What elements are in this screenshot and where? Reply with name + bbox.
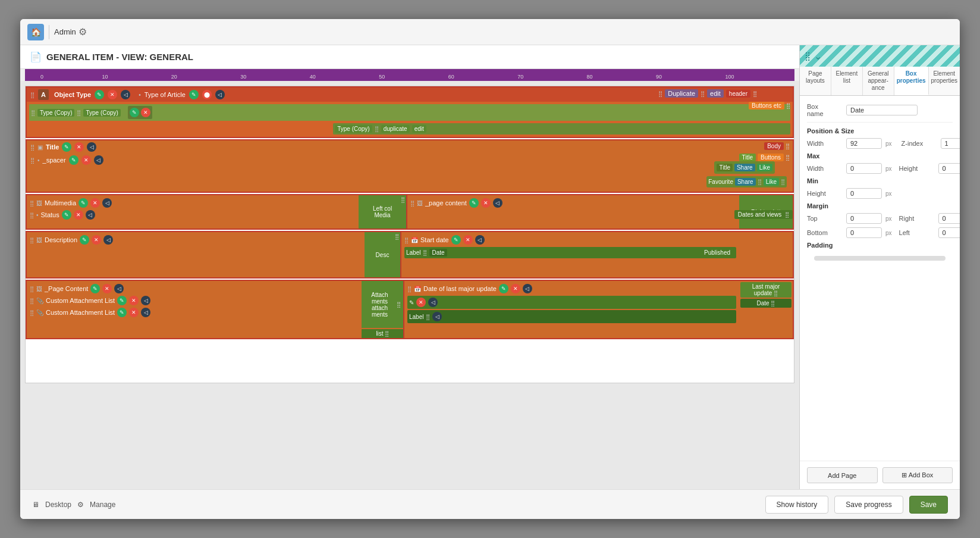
fav-label: Favourite bbox=[708, 179, 733, 185]
add-box-button[interactable]: ⊞ Add Box bbox=[882, 467, 953, 483]
s-del[interactable]: ✕ bbox=[74, 210, 83, 220]
share-r2b[interactable]: Share bbox=[735, 178, 756, 186]
like-r2b[interactable]: Like bbox=[764, 178, 779, 186]
description-label: Description bbox=[45, 236, 77, 243]
row-3-right: ⣿ 🖼 _page content ✎ ✕ ◁ bbox=[406, 195, 739, 229]
ta-share-btn[interactable]: ◁ bbox=[215, 90, 225, 99]
lu-edit[interactable]: ✎ bbox=[499, 284, 508, 293]
max-height-input[interactable] bbox=[938, 163, 960, 174]
manage-label[interactable]: Manage bbox=[90, 501, 115, 509]
max-width-input[interactable] bbox=[846, 163, 882, 174]
layout-canvas[interactable]: ⣿ A Object Type ✎ ✕ ◁ • Type of Article … bbox=[20, 81, 799, 489]
attach-badge: Attach ments attach ments ⣿ bbox=[362, 281, 403, 328]
width-input[interactable]: 92 bbox=[846, 138, 882, 149]
margin-right-input[interactable] bbox=[938, 213, 960, 224]
top-bar: 🏠 Admin ⚙ bbox=[20, 19, 960, 45]
home-button[interactable]: 🏠 bbox=[27, 24, 44, 40]
a2-edit[interactable]: ✎ bbox=[117, 308, 127, 317]
right-panel: ⣿ ⌄ Pagelayouts Elementlist Generalappea… bbox=[799, 45, 960, 489]
pc5-share[interactable]: ◁ bbox=[114, 284, 124, 293]
scrollbar[interactable] bbox=[814, 256, 946, 261]
margin-top-label: Top bbox=[807, 215, 843, 222]
t-del[interactable]: ✕ bbox=[74, 142, 84, 152]
save-progress-button[interactable]: Save progress bbox=[834, 496, 903, 514]
edit-r1[interactable]: edit bbox=[412, 125, 426, 133]
lu-share[interactable]: ◁ bbox=[523, 284, 532, 293]
type-copy-box[interactable]: Type (Copy) bbox=[37, 109, 74, 117]
save-button[interactable]: Save bbox=[909, 496, 948, 514]
d-del[interactable]: ✕ bbox=[92, 235, 101, 245]
ld-share[interactable]: ◁ bbox=[432, 312, 442, 321]
tab-general-appearance[interactable]: Generalappear­ance bbox=[863, 67, 894, 95]
pc-del[interactable]: ✕ bbox=[481, 198, 491, 208]
sp-share[interactable]: ◁ bbox=[94, 155, 103, 165]
sub-del-btn[interactable]: ✕ bbox=[141, 108, 150, 117]
add-page-button[interactable]: Add Page bbox=[807, 467, 878, 483]
sd-edit[interactable]: ✎ bbox=[451, 235, 461, 245]
a1-edit[interactable]: ✎ bbox=[117, 296, 127, 305]
sd-share[interactable]: ◁ bbox=[475, 235, 485, 245]
a2-del[interactable]: ✕ bbox=[129, 308, 139, 317]
pc5-edit[interactable]: ✎ bbox=[90, 284, 100, 293]
t-edit[interactable]: ✎ bbox=[62, 142, 71, 152]
s-share[interactable]: ◁ bbox=[86, 210, 95, 220]
start-date-row: ⣿ 📅 Start date ✎ ✕ ◁ bbox=[403, 234, 737, 246]
pc-share[interactable]: ◁ bbox=[493, 198, 502, 208]
canvas-area: 📄 GENERAL ITEM - VIEW: GENERAL 0 10 20 3… bbox=[20, 45, 799, 489]
body-badge: Body bbox=[764, 142, 784, 150]
t-share[interactable]: ◁ bbox=[87, 142, 96, 152]
panel-chevron-down-icon[interactable]: ⌄ bbox=[814, 51, 822, 62]
panel-grip-icon[interactable]: ⣿ bbox=[805, 51, 811, 61]
m-edit[interactable]: ✎ bbox=[78, 198, 88, 208]
padding-title: Padding bbox=[807, 242, 953, 249]
edit-btn[interactable]: ✎ bbox=[95, 90, 104, 99]
pc5-del[interactable]: ✕ bbox=[102, 284, 112, 293]
pc-edit[interactable]: ✎ bbox=[469, 198, 479, 208]
bottom-left: 🖥 Desktop ⚙ Manage bbox=[32, 501, 115, 509]
object-type-label: Object Type bbox=[54, 91, 91, 98]
show-history-button[interactable]: Show history bbox=[765, 496, 829, 514]
d-share[interactable]: ◁ bbox=[103, 235, 113, 245]
ta-edit-btn[interactable]: ✎ bbox=[189, 90, 199, 99]
m-share[interactable]: ◁ bbox=[102, 198, 112, 208]
type-copy-r1[interactable]: Type (Copy) bbox=[335, 125, 372, 133]
lu-inner-share[interactable]: ◁ bbox=[428, 298, 438, 307]
lu-inner-del[interactable]: ✕ bbox=[416, 298, 426, 307]
margin-left-input[interactable] bbox=[938, 227, 960, 238]
tab-element-properties[interactable]: Elementproperties bbox=[929, 67, 960, 95]
sub-edit-btn[interactable]: ✎ bbox=[130, 108, 139, 117]
sd-del[interactable]: ✕ bbox=[463, 235, 473, 245]
last-update-inner: ✎ ✕ ◁ bbox=[407, 296, 736, 309]
zindex-input[interactable]: 1 bbox=[941, 138, 960, 149]
last-update-edit[interactable]: ✎ bbox=[409, 299, 414, 306]
tab-page-layouts[interactable]: Pagelayouts bbox=[800, 67, 831, 95]
a1-share[interactable]: ◁ bbox=[141, 296, 150, 305]
s-edit[interactable]: ✎ bbox=[62, 210, 71, 220]
tab-element-list[interactable]: Elementlist bbox=[831, 67, 863, 95]
row-2: ⣿ ▣ Title ✎ ✕ ◁ Body ⣿ bbox=[26, 139, 794, 193]
lu-del[interactable]: ✕ bbox=[511, 284, 520, 293]
title-r2[interactable]: Title bbox=[717, 164, 733, 171]
sp-del[interactable]: ✕ bbox=[81, 155, 91, 165]
like-r2[interactable]: Like bbox=[757, 164, 772, 171]
share-btn[interactable]: ◁ bbox=[121, 90, 130, 99]
m-del[interactable]: ✕ bbox=[90, 198, 100, 208]
box-name-input[interactable]: Date bbox=[846, 105, 918, 115]
min-height-input[interactable] bbox=[846, 188, 882, 199]
type-copy-box-2[interactable]: Type (Copy) bbox=[83, 109, 120, 117]
d-edit[interactable]: ✎ bbox=[80, 235, 89, 245]
tab-box-properties[interactable]: Boxproperties bbox=[894, 67, 929, 95]
desktop-label[interactable]: Desktop bbox=[45, 501, 71, 509]
admin-gear-icon[interactable]: ⚙ bbox=[78, 26, 87, 37]
sp-edit[interactable]: ✎ bbox=[69, 155, 78, 165]
a1-del[interactable]: ✕ bbox=[129, 296, 139, 305]
delete-btn[interactable]: ✕ bbox=[108, 90, 117, 99]
duplicate-r1[interactable]: duplicate bbox=[381, 125, 410, 133]
share-r2[interactable]: Share bbox=[734, 164, 755, 171]
a2-share[interactable]: ◁ bbox=[141, 308, 150, 317]
margin-top-input[interactable] bbox=[846, 213, 882, 224]
width-unit: px bbox=[885, 140, 892, 147]
width-label: Width bbox=[807, 140, 843, 147]
ta-delete-btn[interactable]: ⬤ bbox=[202, 90, 212, 99]
margin-bottom-input[interactable] bbox=[846, 227, 882, 238]
